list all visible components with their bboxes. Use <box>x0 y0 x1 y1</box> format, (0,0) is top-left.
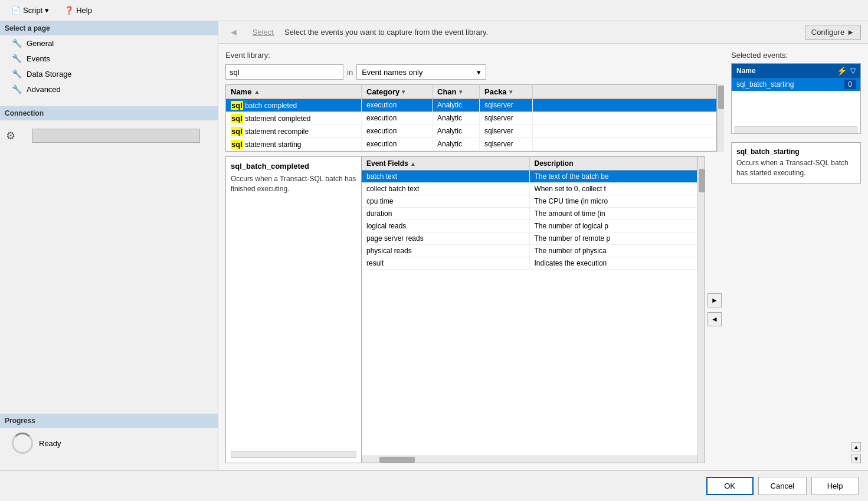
help-label: Help <box>76 6 92 15</box>
in-label: in <box>347 68 353 77</box>
add-event-button[interactable]: ► <box>707 293 722 307</box>
fields-panel: Event Fields ▲ Description batch text Th… <box>362 157 697 463</box>
configure-label: Configure <box>811 28 844 37</box>
general-icon: 🔧 <box>12 38 22 48</box>
fields-row[interactable]: logical reads The number of logical p <box>362 220 697 233</box>
advanced-icon: 🔧 <box>12 84 22 94</box>
connection-icon: ⚙ <box>6 129 15 142</box>
selected-event-detail-name: sql_batch_starting <box>736 148 856 156</box>
fields-horiz-scrollbar[interactable] <box>362 456 697 463</box>
selected-event-name: sql_batch_starting <box>736 80 794 89</box>
sidebar-item-events[interactable]: 🔧 Events <box>0 51 218 66</box>
selected-scroll-down-button[interactable]: ▼ <box>851 454 861 463</box>
selected-events-section: Selected events: Name ⚡ ▽ sql_batch_star… <box>731 51 861 463</box>
help-button[interactable]: ❓ Help <box>59 4 97 17</box>
remove-event-button[interactable]: ◄ <box>707 312 722 326</box>
middle-arrows-panel: ► ◄ <box>705 156 724 463</box>
selected-scrollbar[interactable] <box>734 126 858 133</box>
event-names-dropdown[interactable]: Event names only ▾ <box>356 64 486 80</box>
fields-row[interactable]: page server reads The number of remote p <box>362 233 697 245</box>
configure-arrow-icon: ► <box>847 28 854 37</box>
table-row[interactable]: sql batch completed execution Analytic s… <box>226 99 716 112</box>
connection-header: Connection <box>0 106 218 120</box>
col-header-name[interactable]: Name ▲ <box>226 85 362 99</box>
selected-event-detail-description: Occurs when a Transact-SQL batch has sta… <box>736 158 856 178</box>
help-dialog-button[interactable]: Help <box>811 477 859 495</box>
name-sort-icon: ▲ <box>254 89 260 95</box>
fields-row[interactable]: cpu time The CPU time (in micro <box>362 195 697 208</box>
dropdown-label: Event names only <box>362 68 422 77</box>
nav-description: Select the events you want to capture fr… <box>284 28 799 37</box>
fields-scrollbar[interactable] <box>697 157 705 463</box>
cancel-button[interactable]: Cancel <box>758 477 807 495</box>
help-icon: ❓ <box>64 6 74 15</box>
fields-row[interactable]: collect batch text When set to 0, collec… <box>362 183 697 195</box>
col-header-channel[interactable]: Chan ▾ <box>433 85 480 99</box>
events-icon: 🔧 <box>12 54 22 63</box>
col-header-package[interactable]: Packa ▾ <box>480 85 533 99</box>
sidebar-item-data-storage[interactable]: 🔧 Data Storage <box>0 66 218 81</box>
table-row[interactable]: sql statement completed execution Analyt… <box>226 112 716 125</box>
selected-name-col-header: Name <box>736 67 756 75</box>
channel-sort-icon: ▾ <box>459 89 462 95</box>
selected-event-count: 0 <box>844 80 856 89</box>
package-sort-icon: ▾ <box>509 89 512 95</box>
script-button[interactable]: 📄 Script ▾ <box>6 4 54 17</box>
script-dropdown-icon: ▾ <box>45 6 49 15</box>
selected-events-label: Selected events: <box>731 51 861 60</box>
sidebar-item-general[interactable]: 🔧 General <box>0 35 218 51</box>
event-library-search-input[interactable] <box>225 64 343 80</box>
fields-col-header-desc[interactable]: Description <box>530 157 698 170</box>
event-library-table: Name ▲ Category ▾ Chan ▾ <box>225 84 717 152</box>
selected-funnel-icon[interactable]: ▽ <box>850 67 856 75</box>
sidebar-item-label-events: Events <box>27 54 50 63</box>
fields-row[interactable]: batch text The text of the batch be <box>362 171 697 183</box>
nav-back-arrow[interactable]: ◄ <box>225 26 242 39</box>
selected-scroll-up-button[interactable]: ▲ <box>851 442 861 451</box>
progress-header: Progress <box>0 414 218 428</box>
event-detail-description: Occurs when a Transact-SQL batch has fin… <box>231 174 356 194</box>
sidebar-item-label-advanced: Advanced <box>27 85 61 94</box>
fields-col-header-name[interactable]: Event Fields ▲ <box>362 157 530 170</box>
selected-filter-icon[interactable]: ⚡ <box>837 66 847 76</box>
event-detail-panel: sql_batch_completed Occurs when a Transa… <box>226 157 362 463</box>
fields-row[interactable]: physical reads The number of physica <box>362 245 697 257</box>
connection-field <box>32 129 200 143</box>
sidebar-item-label-general: General <box>27 39 54 48</box>
configure-button[interactable]: Configure ► <box>805 25 861 40</box>
table-row[interactable]: sql statement starting execution Analyti… <box>226 138 716 151</box>
script-icon: 📄 <box>11 6 21 15</box>
event-detail-name: sql_batch_completed <box>231 162 356 171</box>
fields-row[interactable]: duration The amount of time (in <box>362 208 697 220</box>
detail-scrollbar[interactable] <box>231 451 356 458</box>
event-library-label: Event library: <box>225 51 270 60</box>
nav-select-button[interactable]: Select <box>248 26 279 38</box>
sidebar-item-advanced[interactable]: 🔧 Advanced <box>0 81 218 97</box>
dropdown-chevron-icon: ▾ <box>477 68 481 77</box>
script-label: Script <box>23 6 42 15</box>
select-page-header: Select a page <box>0 21 218 35</box>
event-table-scrollbar[interactable] <box>717 84 724 152</box>
category-sort-icon: ▾ <box>402 89 405 95</box>
col-header-category[interactable]: Category ▾ <box>362 85 433 99</box>
progress-spinner <box>12 433 33 454</box>
selected-table-header: Name ⚡ ▽ <box>732 64 860 78</box>
selected-event-row[interactable]: sql_batch_starting 0 <box>732 78 860 91</box>
table-row[interactable]: sql statement recompile execution Analyt… <box>226 125 716 138</box>
selected-event-detail-panel: sql_batch_starting Occurs when a Transac… <box>731 142 861 184</box>
progress-status: Ready <box>39 439 61 448</box>
ok-button[interactable]: OK <box>706 477 754 495</box>
sidebar-item-label-data-storage: Data Storage <box>27 70 72 78</box>
fields-row[interactable]: result Indicates the execution <box>362 257 697 270</box>
event-library-table-body: sql batch completed execution Analytic s… <box>226 99 716 151</box>
fields-table-body: batch text The text of the batch be coll… <box>362 171 697 456</box>
data-storage-icon: 🔧 <box>12 69 22 78</box>
